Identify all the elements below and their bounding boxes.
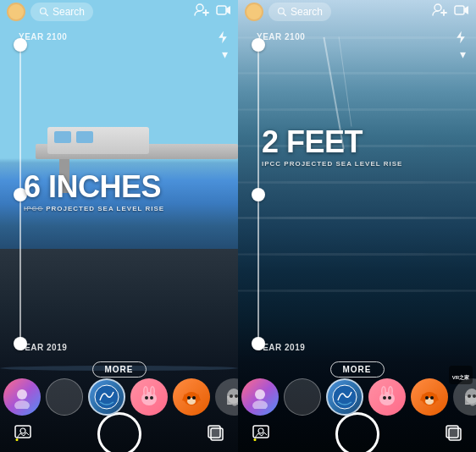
ripple-2 bbox=[238, 72, 476, 74]
ripple-6 bbox=[238, 217, 476, 219]
svg-point-56 bbox=[473, 394, 476, 398]
filter-item-fox-right[interactable] bbox=[411, 378, 448, 416]
svg-rect-5 bbox=[217, 6, 226, 14]
memories-icon-left[interactable] bbox=[14, 423, 32, 445]
top-bar-right: Search bbox=[238, 0, 476, 24]
filter-item-avatar-right[interactable] bbox=[241, 378, 279, 416]
flash-icon-right[interactable] bbox=[454, 30, 468, 47]
watermark-text: VR之家 bbox=[452, 375, 469, 380]
measurement-value-left: 6 INCHES bbox=[24, 172, 230, 202]
video-icon[interactable] bbox=[216, 4, 231, 19]
svg-point-39 bbox=[333, 385, 357, 409]
measurement-value-right: 2 FEET bbox=[262, 127, 468, 157]
add-friend-icon[interactable] bbox=[194, 3, 209, 20]
add-friend-icon-right[interactable] bbox=[432, 3, 447, 20]
filter-item-fox-left[interactable] bbox=[173, 378, 210, 416]
bottom-bar-right bbox=[238, 416, 476, 452]
svg-point-13 bbox=[152, 388, 154, 395]
shutter-placeholder-right bbox=[335, 412, 379, 452]
tram-window-2 bbox=[76, 131, 93, 143]
svg-point-45 bbox=[383, 396, 386, 400]
filter-item-bunny-left[interactable] bbox=[130, 378, 168, 416]
search-label-left: Search bbox=[53, 6, 85, 18]
svg-rect-36 bbox=[455, 6, 464, 14]
svg-point-46 bbox=[388, 396, 391, 400]
avatar-face-right bbox=[246, 4, 262, 19]
avatar-face bbox=[8, 4, 24, 19]
tram-window-1 bbox=[54, 131, 71, 143]
filter-item-ghost-left[interactable] bbox=[215, 378, 238, 416]
search-icon bbox=[39, 7, 49, 17]
svg-point-44 bbox=[390, 388, 392, 395]
measurement-subtitle-left: IPCCPROJECTED SEA LEVEL RISE bbox=[24, 205, 230, 212]
filter-item-climate-right[interactable] bbox=[326, 378, 363, 416]
svg-point-2 bbox=[196, 4, 203, 11]
search-bar-right[interactable]: Search bbox=[268, 3, 331, 21]
avatar-right[interactable] bbox=[245, 3, 263, 21]
timeline-knob-top-right bbox=[252, 38, 265, 52]
svg-point-8 bbox=[95, 385, 119, 409]
timeline-knob-top-left bbox=[14, 38, 27, 52]
svg-rect-58 bbox=[253, 426, 268, 438]
top-bar-left-group-right: Search bbox=[245, 3, 331, 21]
svg-point-38 bbox=[252, 400, 268, 409]
timeline-right[interactable] bbox=[250, 34, 267, 355]
search-icon-right bbox=[277, 7, 287, 17]
svg-point-14 bbox=[145, 396, 148, 400]
svg-point-33 bbox=[434, 4, 441, 11]
left-panel: Search ▾ bbox=[0, 0, 238, 452]
subtitle-strikethrough-left: IPCC bbox=[24, 205, 43, 212]
right-panel: Search ▾ bbox=[238, 0, 476, 452]
timeline-knob-middle-right[interactable] bbox=[252, 188, 265, 201]
memories-icon-right[interactable] bbox=[252, 423, 270, 445]
svg-rect-62 bbox=[449, 428, 461, 440]
svg-point-51 bbox=[425, 396, 429, 400]
svg-point-37 bbox=[255, 389, 265, 400]
filter-item-empty-left[interactable] bbox=[46, 378, 83, 416]
svg-point-15 bbox=[150, 396, 153, 400]
layers-icon-left[interactable] bbox=[206, 423, 224, 445]
subtitle-text-left: PROJECTED SEA LEVEL RISE bbox=[46, 205, 164, 212]
svg-rect-30 bbox=[211, 428, 223, 440]
svg-point-52 bbox=[430, 396, 434, 400]
top-bar-left: Search bbox=[0, 0, 238, 24]
bottom-bar-left bbox=[0, 416, 238, 452]
watermark: VR之家 bbox=[449, 366, 473, 384]
ripple-3 bbox=[238, 108, 476, 111]
svg-rect-26 bbox=[15, 426, 30, 438]
top-bar-left-group: Search bbox=[7, 3, 93, 21]
filter-item-avatar-left[interactable] bbox=[3, 378, 41, 416]
flash-icon-left[interactable] bbox=[216, 30, 230, 47]
tram bbox=[47, 127, 149, 154]
svg-point-12 bbox=[145, 388, 147, 395]
measurement-subtitle-right: IPCC PROJECTED SEA LEVEL RISE bbox=[262, 160, 468, 168]
svg-point-27 bbox=[20, 428, 25, 433]
svg-point-28 bbox=[16, 438, 19, 441]
timeline-knob-bottom-right bbox=[252, 337, 265, 350]
svg-point-55 bbox=[468, 394, 471, 398]
search-label-right: Search bbox=[291, 6, 323, 18]
svg-point-43 bbox=[383, 388, 385, 395]
avatar[interactable] bbox=[7, 3, 25, 21]
filter-item-climate-left[interactable] bbox=[88, 378, 125, 416]
svg-point-60 bbox=[254, 438, 257, 441]
svg-point-21 bbox=[192, 396, 196, 400]
dropdown-icon-left[interactable]: ▾ bbox=[222, 47, 228, 61]
filter-item-empty-right[interactable] bbox=[284, 378, 321, 416]
ripple-7 bbox=[238, 253, 476, 256]
top-bar-right-group-right bbox=[432, 3, 469, 20]
dropdown-icon-right[interactable]: ▾ bbox=[460, 47, 466, 61]
video-icon-right[interactable] bbox=[454, 4, 469, 19]
svg-point-6 bbox=[17, 389, 27, 400]
svg-point-7 bbox=[14, 400, 30, 409]
svg-point-20 bbox=[187, 396, 191, 400]
svg-point-59 bbox=[258, 428, 263, 433]
measurement-overlay-right: 2 FEET IPCC PROJECTED SEA LEVEL RISE bbox=[262, 127, 468, 168]
timeline-knob-bottom-left bbox=[14, 337, 27, 350]
layers-icon-right[interactable] bbox=[444, 423, 462, 445]
top-bar-right-group bbox=[194, 3, 231, 20]
filter-item-bunny-right[interactable] bbox=[368, 378, 406, 416]
search-bar-left[interactable]: Search bbox=[30, 3, 93, 21]
svg-point-24 bbox=[230, 394, 233, 398]
svg-line-1 bbox=[46, 14, 48, 16]
